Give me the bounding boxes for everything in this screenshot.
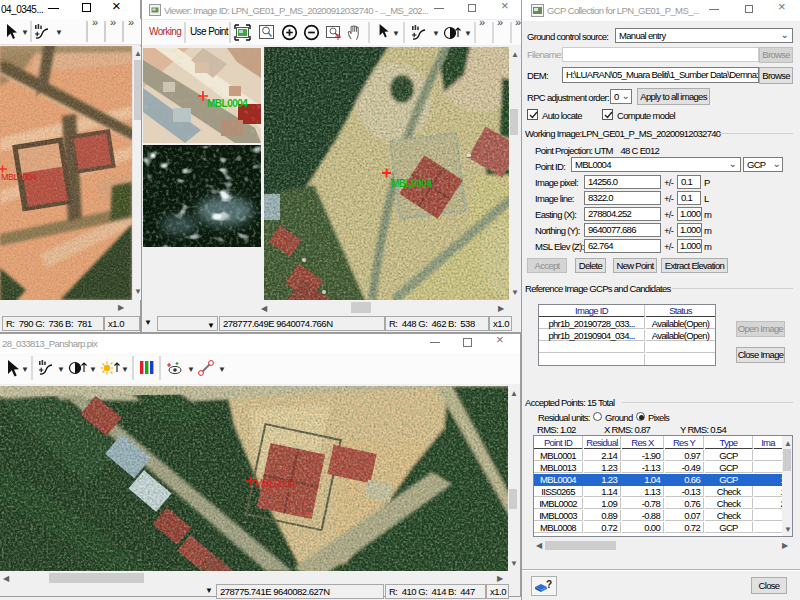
svg-text:MBL0004: MBL0004 bbox=[1, 172, 37, 182]
svg-text:MBL0004: MBL0004 bbox=[255, 478, 295, 489]
svg-text:MBL0004: MBL0004 bbox=[207, 98, 248, 109]
svg-text:MBL0004: MBL0004 bbox=[391, 178, 432, 189]
svg-text:?: ? bbox=[546, 579, 552, 590]
